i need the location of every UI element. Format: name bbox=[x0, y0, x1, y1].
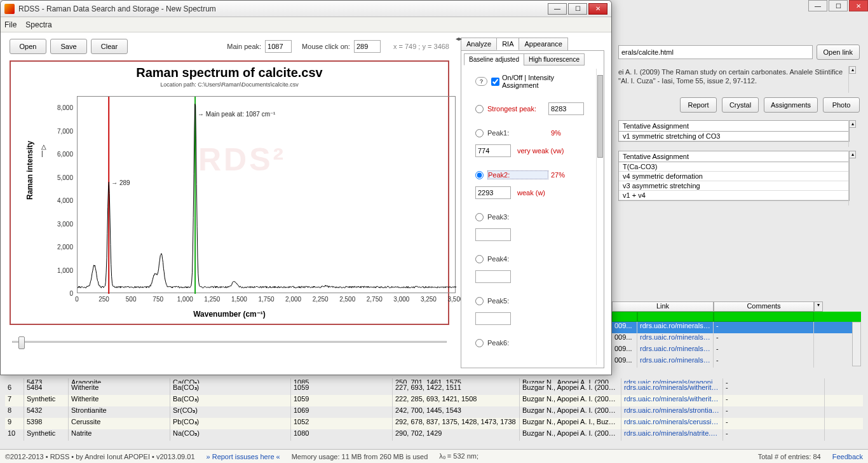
y-axis-title: Raman intensity bbox=[25, 141, 34, 200]
tentative-assignment-1: Tentative Assignment v1 symmetric stretc… bbox=[618, 120, 850, 142]
table-row[interactable]: 85432StrontianiteSr(CO₃)1069242, 700, 14… bbox=[5, 406, 863, 418]
peak1-class: very weak (vw) bbox=[517, 147, 564, 155]
open-link-button[interactable]: Open link bbox=[817, 45, 860, 60]
peak5-input[interactable] bbox=[475, 312, 511, 325]
status-memory: Memory usage: 11 MB from 260 MB is used bbox=[292, 453, 428, 460]
table-row[interactable]: 95398CerussitePb(CO₃)1052292, 678, 837, … bbox=[5, 418, 863, 429]
outer-close-button[interactable]: ✕ bbox=[849, 0, 868, 11]
peak2-radio[interactable] bbox=[475, 171, 484, 179]
reference-text: ei A. I. (2009) The Raman study on certa… bbox=[618, 67, 860, 86]
mouse-click-input[interactable] bbox=[354, 40, 381, 53]
titlebar[interactable]: RDSS - Raman Data Search and Storage - N… bbox=[1, 1, 611, 17]
table-row[interactable]: 10SyntheticNatriteNa(CO₃)1080290, 702, 1… bbox=[5, 429, 863, 441]
crystal-button[interactable]: Crystal bbox=[722, 97, 759, 113]
chart-frame[interactable]: Raman spectrum of calcite.csv Location p… bbox=[10, 60, 449, 325]
background-detail-pane: Open link ei A. I. (2009) The Raman stud… bbox=[612, 41, 866, 205]
table-header-comments[interactable]: Comments bbox=[714, 301, 814, 312]
status-report-link[interactable]: » Report issuses here « bbox=[207, 453, 280, 460]
main-peak-input[interactable] bbox=[265, 40, 292, 53]
ta2-scrollbar[interactable]: ▴ bbox=[848, 151, 856, 205]
table-row[interactable]: 5473AragoniteCa(CO₃)1085250, 701, 1461, … bbox=[5, 378, 863, 384]
peak3-radio[interactable] bbox=[475, 213, 484, 221]
strongest-radio[interactable] bbox=[475, 105, 484, 113]
peak1-input[interactable] bbox=[475, 144, 511, 157]
reference-scrollbar[interactable]: ▴ bbox=[848, 66, 856, 93]
app-icon bbox=[4, 4, 15, 14]
mouse-coords: x = 749 ; y = 3468 bbox=[393, 43, 449, 50]
filter-cell[interactable] bbox=[637, 312, 714, 322]
table-row[interactable]: 009...rdrs.uaic.ro/minerals/siderite.h..… bbox=[612, 333, 861, 345]
open-button[interactable]: Open bbox=[10, 39, 46, 54]
ta1-scrollbar[interactable]: ▴ bbox=[848, 120, 856, 147]
ta1-row[interactable]: v1 symmetric stretching of CO3 bbox=[619, 132, 849, 141]
table-scrollbar[interactable] bbox=[852, 322, 861, 366]
slider-thumb[interactable] bbox=[18, 336, 25, 349]
assignments-button[interactable]: Assignments bbox=[764, 97, 818, 113]
table-row[interactable]: 009...rdrs.uaic.ro/minerals/gregoryit...… bbox=[612, 356, 861, 368]
menu-file[interactable]: File bbox=[4, 20, 17, 29]
pane-splitter-icon[interactable]: ◂▸ bbox=[456, 35, 462, 42]
strongest-input[interactable] bbox=[548, 102, 584, 115]
peak4-radio[interactable] bbox=[475, 255, 484, 263]
ria-pane: ◂▸ Analyze RIA Appearance Baseline adjus… bbox=[458, 32, 609, 376]
photo-button[interactable]: Photo bbox=[823, 97, 860, 113]
report-button[interactable]: Report bbox=[680, 97, 717, 113]
filter-cell[interactable] bbox=[612, 312, 637, 322]
y-axis-arrow-icon: △| bbox=[41, 143, 46, 157]
ta1-header: Tentative Assignment bbox=[619, 121, 849, 132]
peak4-label: Peak4: bbox=[487, 255, 548, 263]
chart-annotation: → Main peak at: 1087 cm⁻¹ bbox=[198, 111, 275, 118]
tab-analyze[interactable]: Analyze bbox=[461, 38, 497, 50]
peak3-input[interactable] bbox=[475, 228, 511, 241]
url-input[interactable] bbox=[618, 45, 813, 59]
peak6-radio[interactable] bbox=[475, 339, 484, 347]
ta2-row[interactable]: v1 + v4 bbox=[619, 191, 849, 200]
status-lambda: λ₀ = 532 nm; bbox=[439, 452, 478, 460]
peak1-pct: 9% bbox=[551, 129, 561, 137]
x-axis-title: Wavenumber (cm⁻¹) bbox=[11, 310, 448, 319]
table-partial-right: Link Comments ▾ 009...rdrs.uaic.ro/miner… bbox=[612, 301, 861, 368]
ria-body: ? On/Off | Intensity Assignment Stronges… bbox=[461, 69, 596, 365]
peak5-radio[interactable] bbox=[475, 297, 484, 305]
clear-button[interactable]: Clear bbox=[91, 39, 128, 54]
tab-ria[interactable]: RIA bbox=[496, 38, 519, 50]
peak4-input[interactable] bbox=[475, 270, 511, 283]
onoff-checkbox[interactable] bbox=[491, 78, 499, 86]
ta2-row[interactable]: v3 asymmetric stretching bbox=[619, 181, 849, 191]
peak3-label: Peak3: bbox=[487, 213, 548, 221]
table-row[interactable]: 009...rdrs.uaic.ro/minerals/calcite.html… bbox=[612, 322, 861, 333]
plot-area[interactable]: RDS² → Main peak at: 1087 cm⁻¹→ 289 bbox=[77, 96, 456, 293]
save-button[interactable]: Save bbox=[50, 39, 87, 54]
status-feedback-link[interactable]: Feedback bbox=[832, 453, 863, 460]
table-row[interactable]: 65484WitheriteBa(CO₃)1059227, 693, 1422,… bbox=[5, 384, 863, 395]
table-corner-button[interactable]: ▾ bbox=[814, 301, 823, 312]
subtab-high-fluorescence[interactable]: High fluorescence bbox=[524, 53, 585, 66]
menu-spectra[interactable]: Spectra bbox=[25, 20, 51, 29]
close-button[interactable]: ✕ bbox=[588, 3, 607, 15]
ria-scrollbar[interactable] bbox=[596, 69, 604, 365]
window-title: RDSS - Raman Data Search and Storage - N… bbox=[18, 4, 216, 13]
help-icon[interactable]: ? bbox=[475, 77, 487, 86]
outer-maximize-button[interactable]: ☐ bbox=[829, 0, 848, 11]
peak1-radio[interactable] bbox=[475, 129, 484, 137]
peak1-label: Peak1: bbox=[487, 129, 548, 137]
statusbar: ©2012-2013 • RDSS • by Andrei Ionut APOP… bbox=[0, 449, 868, 463]
minimize-button[interactable]: — bbox=[548, 3, 567, 15]
spectrum-plot bbox=[78, 97, 456, 294]
ta2-row[interactable]: T(Ca-CO3) bbox=[619, 162, 849, 172]
outer-window-buttons: — ☐ ✕ bbox=[808, 0, 868, 14]
main-peak-label: Main peak: bbox=[227, 43, 261, 50]
subtab-baseline[interactable]: Baseline adjusted bbox=[464, 53, 524, 66]
tab-appearance[interactable]: Appearance bbox=[519, 38, 567, 50]
slider[interactable] bbox=[10, 336, 449, 349]
table-header-link[interactable]: Link bbox=[612, 301, 714, 312]
filter-cell[interactable] bbox=[714, 312, 814, 322]
peak6-label: Peak6: bbox=[487, 339, 548, 347]
ta2-row[interactable]: v4 symmetric deformation bbox=[619, 172, 849, 181]
outer-minimize-button[interactable]: — bbox=[808, 0, 827, 11]
peak2-input[interactable] bbox=[475, 186, 511, 199]
tentative-assignment-2: Tentative Assignment T(Ca-CO3) v4 symmet… bbox=[618, 151, 850, 201]
maximize-button[interactable]: ☐ bbox=[568, 3, 587, 15]
table-row[interactable]: 009...rdrs.uaic.ro/minerals/rhodochr...- bbox=[612, 345, 861, 356]
table-row[interactable]: 7SyntheticWitheriteBa(CO₃)1059222, 285, … bbox=[5, 395, 863, 406]
